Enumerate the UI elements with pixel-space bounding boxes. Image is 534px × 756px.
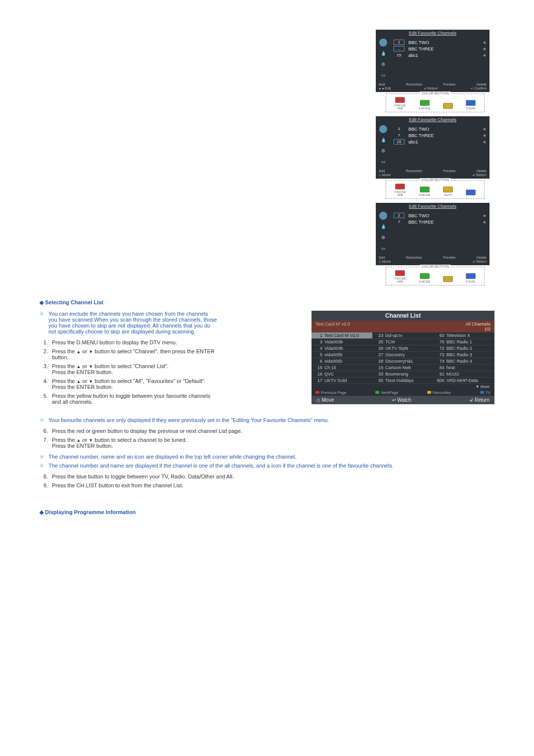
step-8: Press the blue button to toggle between … xyxy=(49,473,494,479)
star-icon: ★ xyxy=(483,140,487,144)
channel-list-figure: Channel List Test Card M' v2.0 All Chann… xyxy=(312,311,494,404)
legend-tv: TV xyxy=(480,390,490,395)
globe-icon: 🌐 xyxy=(379,212,387,220)
color-button-box-3: COLOR BUTTON P.MODEM/B S.MODE P.SIZE xyxy=(386,267,485,285)
legend-fav: Favourites xyxy=(427,390,451,395)
star-icon: ★ xyxy=(483,40,487,45)
note-icon: ※ xyxy=(40,454,44,460)
watch-label: ↵ Watch xyxy=(392,397,411,403)
step-9: Press the CH LIST button to exit from th… xyxy=(49,482,494,488)
gear-icon: ⚙ xyxy=(379,147,387,155)
step-5: Press the yellow button to toggle betwee… xyxy=(49,393,218,405)
edit-fav-screen-2: Edit Favourite Channels 🌐 💧 ⚙ ▭ 2BBC TWO… xyxy=(376,116,490,179)
globe-icon: 🌐 xyxy=(379,39,387,47)
legend-next: NextPage xyxy=(375,390,398,395)
star-icon: ★ xyxy=(483,53,487,58)
gear-icon: ⚙ xyxy=(379,234,387,241)
channel-grid: 1Test Card M' v2.023bid-up.tv60Televisio… xyxy=(312,332,494,384)
legend-prev: Previous Page xyxy=(315,390,347,395)
channel-item: 73BBC Radio 3 xyxy=(434,352,494,358)
section-heading-selecting: ◆Selecting Channel List xyxy=(40,299,494,306)
channel-list-title: Channel List xyxy=(385,312,421,319)
channel-item: 74BBC Radio 4 xyxy=(434,358,494,365)
figure-column: Edit Favourite Channels 🌐 💧 ⚙ ▭ 2BBC TWO… xyxy=(376,30,494,289)
step-4: Press the ▲ or ▼ button to select "All",… xyxy=(49,378,218,390)
screen-icon: ▭ xyxy=(379,244,387,252)
channel-item: 6vida006b xyxy=(312,358,372,365)
steps-list-cont: Press the red or green button to display… xyxy=(49,428,494,449)
channel-item: 70BBC Radio 1 xyxy=(434,339,494,345)
channel-item: 28DiscoveryH&L xyxy=(372,358,433,365)
step-2: Press the ▲ or ▼ button to select "Chann… xyxy=(49,348,218,360)
steps-list: Press the D.MENU button to display the D… xyxy=(49,339,218,405)
edit-fav-screen-1: Edit Favourite Channels 🌐 💧 ⚙ ▭ 2BBC TWO… xyxy=(376,30,490,92)
channel-item: 17UKTV Gold xyxy=(312,378,372,384)
channel-item: 27Discovery xyxy=(372,352,433,358)
star-icon: ★ xyxy=(483,47,487,51)
triangle-down-icon: ▼ xyxy=(89,379,93,384)
drop-icon: 💧 xyxy=(379,136,387,144)
screen-title: Edit Favourite Channels xyxy=(376,30,490,37)
note-exclude-channels: ※ You can exclude the channels you have … xyxy=(40,311,218,334)
channel-item: 5vida005b xyxy=(312,352,372,358)
step-6: Press the red or green button to display… xyxy=(49,428,494,434)
note-icon: ※ xyxy=(40,417,44,424)
channel-item: 23bid-up.tv xyxy=(372,332,433,339)
channel-item: 91MOJO xyxy=(434,371,494,378)
channel-item: 16QVC xyxy=(312,371,372,378)
channel-item: 4Vida004b xyxy=(312,345,372,352)
step-3: Press the ▲ or ▼ button to select "Chann… xyxy=(49,363,218,375)
star-icon: ★ xyxy=(483,213,487,218)
channel-item: 55Ttext Holidays xyxy=(372,378,433,384)
color-button-box-1: COLOR BUTTON P.MODEM/B S.MODE P.SIZE xyxy=(386,94,485,112)
steps-list-cont2: Press the blue button to toggle between … xyxy=(49,473,494,488)
star-icon: ★ xyxy=(483,133,487,138)
channel-item: 15Ch 15 xyxy=(312,365,372,371)
diamond-icon: ◆ xyxy=(40,299,44,305)
diamond-icon: ◆ xyxy=(40,509,44,515)
drop-icon: 💧 xyxy=(379,223,387,231)
edit-fav-screen-3: Edit Favourite Channels 🌐 💧 ⚙ ▭ 2BBC TWO… xyxy=(376,203,490,265)
channel-item: 1Test Card M' v2.0 xyxy=(312,332,372,339)
channel-item: 26UKTV Style xyxy=(372,345,433,352)
screen-icon: ▭ xyxy=(379,158,387,166)
current-channel-label: Test Card M' v2.0 xyxy=(315,322,350,331)
color-button-box-2: COLOR BUTTON P.MODEM/B S.MODE AUTO xyxy=(386,180,485,199)
triangle-down-icon: ▼ xyxy=(89,438,93,443)
note-channel-number: ※ The channel number, name and an icon a… xyxy=(48,454,494,460)
screen-icon: ▭ xyxy=(379,71,387,79)
return-label: ↲ Return xyxy=(469,397,490,403)
star-icon: ★ xyxy=(483,127,487,132)
channel-item: 3Vida003b xyxy=(312,339,372,345)
note-icon: ※ xyxy=(40,463,44,469)
gear-icon: ⚙ xyxy=(379,60,387,68)
channel-item: 15Cartoon Nwk xyxy=(372,365,433,371)
star-icon: ★ xyxy=(483,220,487,225)
triangle-down-icon: ▼ xyxy=(89,349,93,354)
section-heading-programme: ◆Displaying Programme Information xyxy=(40,509,494,516)
move-label: ◇ Move xyxy=(316,397,334,403)
drop-icon: 💧 xyxy=(379,49,387,57)
triangle-down-icon: ▼ xyxy=(89,364,93,369)
channel-item: 60Television X xyxy=(434,332,494,339)
globe-icon: 🌐 xyxy=(379,125,387,133)
note-favourite-display: ※ Your favourite channels are only displ… xyxy=(48,417,494,423)
channel-item: 25TCM xyxy=(372,339,433,345)
channel-item: 33Boomerang xyxy=(372,371,433,378)
step-7: Press the ▲ or ▼ button to select a chan… xyxy=(49,437,494,449)
step-1: Press the D.MENU button to display the D… xyxy=(49,339,218,345)
channel-item: 72BBC Radio 2 xyxy=(434,345,494,352)
note-icon: ※ xyxy=(40,311,44,317)
channel-item: 84heat xyxy=(434,365,494,371)
channel-item: 800ARD-MHP-Data xyxy=(434,378,494,384)
note-channel-name: ※ The channel number and name are displa… xyxy=(48,463,494,469)
more-indicator: ▼ More xyxy=(312,384,494,389)
